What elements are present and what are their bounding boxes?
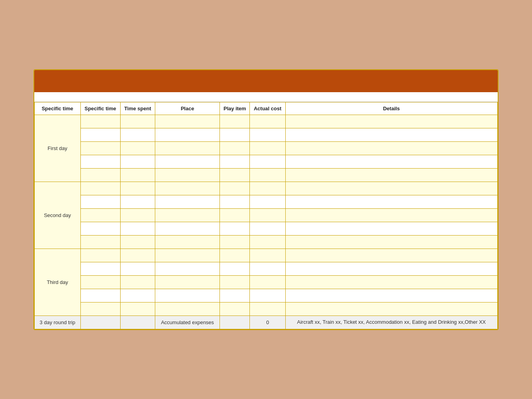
table-cell: [120, 235, 155, 249]
table-cell: [155, 275, 219, 289]
table-cell: [220, 195, 250, 208]
col-time-spent: Time spent: [120, 102, 155, 115]
table-cell: [80, 168, 120, 182]
table-cell: [155, 235, 219, 249]
table-cell: [80, 302, 120, 315]
summary-place: Accumulated expenses: [155, 315, 219, 329]
table-cell: [220, 249, 250, 262]
table-cell: [80, 289, 120, 302]
table-row: [35, 128, 498, 141]
table-cell: [250, 182, 285, 195]
table-row: [35, 141, 498, 155]
table-cell: [155, 262, 219, 275]
summary-actual-cost: 0: [250, 315, 285, 329]
table-cell: [220, 115, 250, 128]
day-label: First day: [35, 115, 81, 182]
table-row: [35, 235, 498, 249]
table-cell: [80, 195, 120, 208]
table-cell: [285, 262, 497, 275]
col-specific-time-1: Specific time: [35, 102, 81, 115]
table-cell: [285, 168, 497, 182]
table-cell: [155, 168, 219, 182]
table-row: [35, 222, 498, 235]
table-cell: [220, 128, 250, 141]
table-header-row: Specific time Specific time Time spent P…: [35, 102, 498, 115]
schedule-card: Specific time Specific time Time spent P…: [33, 69, 499, 330]
table-cell: [220, 208, 250, 222]
day-label: Third day: [35, 249, 81, 315]
table-cell: [285, 115, 497, 128]
table-cell: [155, 128, 219, 141]
table-cell: [250, 275, 285, 289]
table-cell: [220, 222, 250, 235]
table-cell: [250, 141, 285, 155]
table-row: [35, 275, 498, 289]
table-cell: [250, 195, 285, 208]
table-row: [35, 195, 498, 208]
table-row: First day: [35, 115, 498, 128]
table-cell: [120, 168, 155, 182]
table-row: [35, 168, 498, 182]
table-cell: [120, 182, 155, 195]
table-cell: [285, 141, 497, 155]
table-cell: [250, 289, 285, 302]
table-cell: [155, 155, 219, 168]
table-row: [35, 155, 498, 168]
table-row: [35, 262, 498, 275]
summary-empty-2: [120, 315, 155, 329]
table-row: Third day: [35, 249, 498, 262]
table-cell: [155, 289, 219, 302]
table-cell: [80, 208, 120, 222]
table-cell: [285, 302, 497, 315]
col-play-item: Play item: [220, 102, 250, 115]
meta-row: [34, 92, 498, 102]
table-cell: [155, 115, 219, 128]
table-cell: [155, 302, 219, 315]
col-place: Place: [155, 102, 219, 115]
table-cell: [80, 141, 120, 155]
table-cell: [120, 302, 155, 315]
table-cell: [285, 249, 497, 262]
summary-empty-1: [80, 315, 120, 329]
table-cell: [80, 155, 120, 168]
table-cell: [250, 155, 285, 168]
table-cell: [285, 275, 497, 289]
table-cell: [285, 222, 497, 235]
table-cell: [220, 168, 250, 182]
table-cell: [80, 115, 120, 128]
table-cell: [285, 155, 497, 168]
table-cell: [120, 195, 155, 208]
table-cell: [250, 302, 285, 315]
table-cell: [250, 222, 285, 235]
table-cell: [155, 141, 219, 155]
table-cell: [220, 289, 250, 302]
table-cell: [80, 222, 120, 235]
table-cell: [80, 262, 120, 275]
table-row: [35, 302, 498, 315]
table-cell: [285, 128, 497, 141]
table-cell: [285, 235, 497, 249]
table-cell: [80, 249, 120, 262]
table-cell: [120, 275, 155, 289]
table-cell: [250, 262, 285, 275]
table-cell: [120, 222, 155, 235]
table-cell: [80, 275, 120, 289]
col-details: Details: [285, 102, 497, 115]
table-cell: [120, 155, 155, 168]
summary-label: 3 day round trip: [35, 315, 81, 329]
table-row: Second day: [35, 182, 498, 195]
col-actual-cost: Actual cost: [250, 102, 285, 115]
schedule-table: Specific time Specific time Time spent P…: [34, 102, 498, 329]
summary-details: Aircraft xx, Train xx, Ticket xx, Accomm…: [285, 315, 497, 329]
table-cell: [80, 128, 120, 141]
col-specific-time-2: Specific time: [80, 102, 120, 115]
table-cell: [250, 128, 285, 141]
day-label: Second day: [35, 182, 81, 249]
table-cell: [220, 302, 250, 315]
table-cell: [155, 182, 219, 195]
table-cell: [285, 182, 497, 195]
table-cell: [155, 208, 219, 222]
table-cell: [120, 115, 155, 128]
table-cell: [220, 155, 250, 168]
table-cell: [120, 262, 155, 275]
